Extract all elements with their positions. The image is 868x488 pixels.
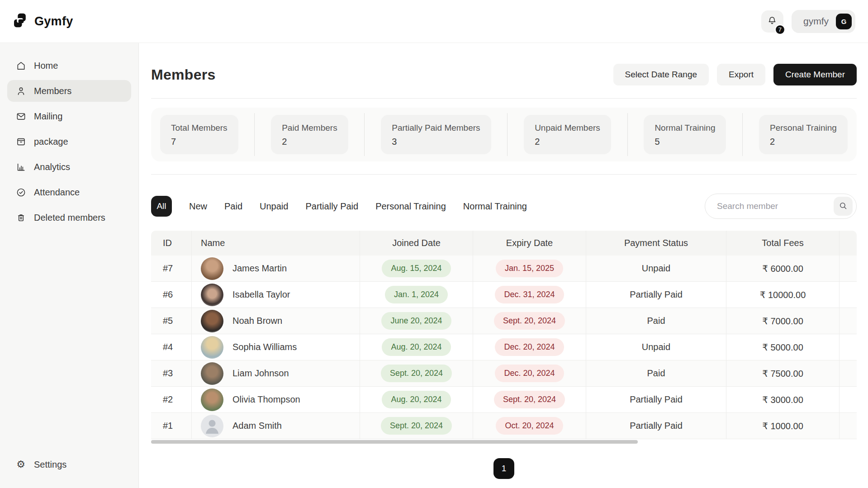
- stat-value: 2: [282, 137, 337, 147]
- person-icon: [15, 85, 26, 96]
- expiry-date-badge: Dec. 31, 2024: [495, 286, 564, 303]
- table-row[interactable]: #5 Noah Brown June 20, 2024 Sept. 20, 20…: [151, 308, 857, 334]
- tab-personal-training[interactable]: Personal Training: [375, 201, 446, 212]
- column-header-extra: [840, 231, 857, 256]
- joined-date-badge: Aug. 20, 2024: [382, 338, 451, 356]
- column-header-expiry-date: Expiry Date: [473, 231, 586, 256]
- member-name: Olivia Thompson: [232, 394, 300, 405]
- sidebar-item-deleted-members[interactable]: Deleted members: [7, 207, 131, 228]
- avatar: [201, 257, 223, 280]
- divider: [507, 113, 508, 156]
- sidebar-item-analytics[interactable]: Analytics: [7, 156, 131, 178]
- expiry-date-badge: Sept. 20, 2024: [494, 391, 565, 408]
- export-button[interactable]: Export: [717, 64, 765, 85]
- user-avatar: G: [836, 14, 852, 29]
- column-header-joined-date: Joined Date: [360, 231, 473, 256]
- sidebar-item-package[interactable]: package: [7, 131, 131, 152]
- sidebar: Home Members Mailing package Analytics: [0, 43, 139, 488]
- table-row[interactable]: #3 Liam Johnson Sept. 20, 2024 Dec. 20, …: [151, 360, 857, 387]
- page-1-button[interactable]: 1: [493, 458, 514, 479]
- table-row[interactable]: #4 Sophia Williams Aug. 20, 2024 Dec. 20…: [151, 334, 857, 360]
- payment-status: Unpaid: [586, 256, 726, 281]
- top-header: Gymfy 7 gymfy G: [0, 0, 868, 43]
- table-row[interactable]: #6 Isabella Taylor Jan. 1, 2024 Dec. 31,…: [151, 282, 857, 308]
- stat-card-personal-training: Personal Training 2: [759, 115, 848, 154]
- member-id: #7: [151, 256, 192, 281]
- member-id: #1: [151, 413, 192, 439]
- avatar: [201, 362, 223, 385]
- horizontal-scrollbar: [151, 440, 857, 444]
- home-icon: [15, 60, 26, 71]
- sidebar-item-label: Mailing: [34, 111, 62, 122]
- sidebar-item-mailing[interactable]: Mailing: [7, 105, 131, 127]
- sidebar-item-label: Members: [34, 86, 71, 96]
- avatar: [201, 310, 223, 332]
- box-icon: [15, 136, 26, 147]
- avatar-placeholder: [201, 415, 223, 437]
- joined-date-badge: Sept. 20, 2024: [381, 417, 452, 435]
- member-id: #4: [151, 334, 192, 360]
- joined-date-badge: June 20, 2024: [381, 312, 451, 330]
- search-input[interactable]: [717, 201, 834, 211]
- avatar: [201, 389, 223, 411]
- table-row[interactable]: #7 James Martin Aug. 15, 2024 Jan. 15, 2…: [151, 256, 857, 282]
- payment-status: Paid: [586, 308, 726, 334]
- search-box: [705, 194, 857, 219]
- divider: [627, 113, 628, 156]
- member-name: Noah Brown: [232, 316, 282, 326]
- scrollbar-thumb[interactable]: [151, 440, 638, 444]
- create-member-button[interactable]: Create Member: [773, 64, 857, 85]
- sidebar-item-home[interactable]: Home: [7, 55, 131, 76]
- sidebar-item-attendance[interactable]: Attendance: [7, 181, 131, 203]
- divider: [151, 174, 857, 175]
- sidebar-item-members[interactable]: Members: [7, 80, 131, 102]
- column-header-name: Name: [192, 231, 360, 256]
- member-id: #6: [151, 282, 192, 308]
- expiry-date-badge: Dec. 20, 2024: [495, 365, 564, 382]
- sidebar-item-settings[interactable]: ⚙ Settings: [7, 454, 131, 475]
- trash-icon: [15, 212, 26, 223]
- tab-paid[interactable]: Paid: [224, 201, 242, 212]
- stat-card-normal-training: Normal Training 5: [644, 115, 726, 154]
- tab-new[interactable]: New: [189, 201, 207, 212]
- search-button[interactable]: [834, 197, 853, 216]
- divider: [254, 113, 255, 156]
- table-row[interactable]: #2 Olivia Thompson Aug. 20, 2024 Sept. 2…: [151, 387, 857, 413]
- total-fees: ₹ 5000.00: [726, 334, 840, 360]
- tab-partially-paid[interactable]: Partially Paid: [305, 201, 358, 212]
- column-header-total-fees: Total Fees: [726, 231, 840, 256]
- column-header-id: ID: [151, 231, 192, 256]
- select-date-range-button[interactable]: Select Date Range: [613, 64, 709, 85]
- total-fees: ₹ 7000.00: [726, 308, 840, 334]
- gear-icon: ⚙: [15, 459, 26, 470]
- tab-unpaid[interactable]: Unpaid: [260, 201, 288, 212]
- member-id: #2: [151, 387, 192, 412]
- stat-label: Total Members: [171, 123, 228, 133]
- stat-value: 5: [655, 137, 715, 147]
- sidebar-item-label: Analytics: [34, 162, 70, 172]
- table-row[interactable]: #1 Adam Smith Sept. 20, 2024 Oct. 20, 20…: [151, 413, 857, 439]
- total-fees: ₹ 7500.00: [726, 360, 840, 386]
- stat-card-total-members: Total Members 7: [160, 115, 238, 154]
- sidebar-item-label: package: [34, 137, 68, 147]
- joined-date-badge: Aug. 20, 2024: [382, 391, 451, 408]
- joined-date-badge: Jan. 1, 2024: [385, 286, 448, 303]
- tab-all[interactable]: All: [151, 196, 172, 217]
- stat-card-partially-paid-members: Partially Paid Members 3: [381, 115, 491, 154]
- sidebar-item-label: Home: [34, 61, 58, 71]
- user-menu-button[interactable]: gymfy G: [792, 10, 855, 33]
- members-table: ID Name Joined Date Expiry Date Payment …: [151, 231, 857, 444]
- envelope-icon: [15, 111, 26, 122]
- member-id: #3: [151, 360, 192, 386]
- stat-label: Paid Members: [282, 123, 337, 133]
- expiry-date-badge: Sept. 20, 2024: [494, 312, 565, 330]
- divider: [151, 98, 857, 99]
- user-name: gymfy: [803, 16, 829, 27]
- sidebar-item-label: Attendance: [34, 187, 80, 198]
- notifications-button[interactable]: 7: [761, 10, 783, 33]
- tab-normal-training[interactable]: Normal Training: [463, 201, 527, 212]
- expiry-date-badge: Oct. 20, 2024: [496, 417, 563, 435]
- brand: Gymfy: [11, 11, 73, 31]
- check-circle-icon: [15, 187, 26, 198]
- stat-label: Unpaid Members: [535, 123, 600, 133]
